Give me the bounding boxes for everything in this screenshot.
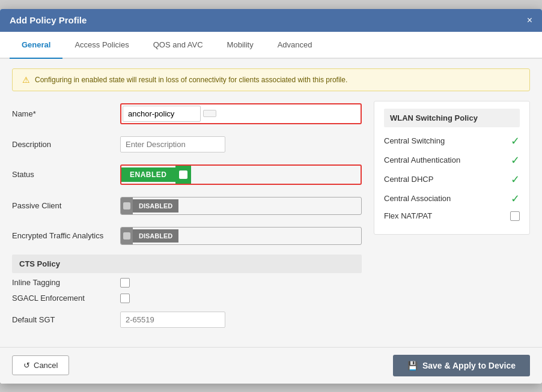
name-row: Name* bbox=[12, 101, 362, 127]
close-button[interactable]: × bbox=[527, 15, 532, 26]
sgacl-checkbox[interactable] bbox=[120, 294, 130, 303]
wlan-check-3[interactable]: ✓ bbox=[511, 192, 520, 205]
inline-tagging-label: Inline Tagging bbox=[12, 278, 120, 287]
wlan-check-0[interactable]: ✓ bbox=[511, 134, 520, 148]
description-label: Description bbox=[12, 140, 120, 149]
alert-message: Configuring in enabled state will result… bbox=[35, 76, 347, 84]
description-input[interactable] bbox=[120, 136, 225, 152]
wlan-check-2[interactable]: ✓ bbox=[511, 173, 520, 186]
content-area: Name* Description bbox=[12, 101, 530, 337]
modal-header: Add Policy Profile × bbox=[0, 9, 542, 32]
modal-container: Add Policy Profile × General Access Poli… bbox=[0, 9, 542, 384]
status-toggle-handle[interactable] bbox=[175, 166, 191, 184]
tab-qos-avc[interactable]: QOS and AVC bbox=[141, 32, 215, 59]
tab-advanced[interactable]: Advanced bbox=[266, 32, 324, 59]
save-label: Save & Apply to Device bbox=[422, 361, 516, 370]
tab-general[interactable]: General bbox=[10, 32, 62, 59]
modal-title: Add Policy Profile bbox=[10, 15, 87, 25]
description-row: Description bbox=[12, 134, 362, 155]
status-row: Status ENABLED bbox=[12, 162, 362, 187]
passive-client-toggle[interactable]: DISABLED bbox=[120, 197, 362, 215]
encrypted-analytics-value: DISABLED bbox=[133, 229, 178, 243]
status-toggle-indicator bbox=[179, 170, 187, 179]
wlan-label-2: Central DHCP bbox=[384, 175, 433, 184]
encrypted-analytics-control: DISABLED bbox=[120, 227, 362, 245]
wlan-section: WLAN Switching Policy Central Switching … bbox=[374, 101, 530, 235]
encrypted-analytics-toggle[interactable]: DISABLED bbox=[120, 227, 362, 245]
warning-icon: ⚠ bbox=[22, 75, 30, 85]
wlan-row-3: Central Association ✓ bbox=[384, 192, 520, 205]
wlan-title: WLAN Switching Policy bbox=[384, 109, 520, 127]
save-button[interactable]: 💾 Save & Apply to Device bbox=[393, 355, 530, 376]
passive-client-handle bbox=[121, 198, 133, 214]
name-extra-btn[interactable] bbox=[203, 110, 216, 117]
left-panel: Name* Description bbox=[12, 101, 362, 337]
passive-client-label: Passive Client bbox=[12, 201, 120, 210]
cancel-icon: ↺ bbox=[23, 361, 30, 370]
status-label: Status bbox=[12, 170, 120, 179]
tab-mobility[interactable]: Mobility bbox=[215, 32, 266, 59]
wlan-check-1[interactable]: ✓ bbox=[511, 154, 520, 167]
wlan-check-4[interactable] bbox=[510, 211, 520, 221]
wlan-row-0: Central Switching ✓ bbox=[384, 134, 520, 148]
status-value: ENABLED bbox=[121, 167, 175, 182]
modal-body: ⚠ Configuring in enabled state will resu… bbox=[0, 59, 542, 347]
passive-client-control: DISABLED bbox=[120, 197, 362, 215]
passive-client-value: DISABLED bbox=[133, 199, 178, 213]
name-label: Name* bbox=[12, 109, 120, 118]
modal-footer: ↺ Cancel 💾 Save & Apply to Device bbox=[0, 347, 542, 384]
encrypted-analytics-label: Encrypted Traffic Analytics bbox=[12, 231, 120, 240]
wlan-label-3: Central Association bbox=[384, 194, 451, 203]
inline-tagging-row: Inline Tagging bbox=[12, 278, 362, 288]
wlan-label-1: Central Authentication bbox=[384, 155, 460, 164]
description-control bbox=[120, 136, 362, 152]
wlan-label-0: Central Switching bbox=[384, 136, 445, 145]
passive-client-indicator bbox=[123, 202, 130, 210]
name-field-wrapper bbox=[120, 103, 362, 124]
inline-tagging-checkbox[interactable] bbox=[120, 278, 130, 288]
name-control bbox=[120, 103, 362, 124]
wlan-row-4: Flex NAT/PAT bbox=[384, 211, 520, 221]
wlan-row-2: Central DHCP ✓ bbox=[384, 173, 520, 186]
passive-client-row: Passive Client DISABLED bbox=[12, 194, 362, 217]
default-sgt-row: Default SGT bbox=[12, 309, 362, 330]
name-input[interactable] bbox=[123, 106, 201, 122]
wlan-row-1: Central Authentication ✓ bbox=[384, 154, 520, 167]
save-icon: 💾 bbox=[407, 361, 418, 370]
cancel-button[interactable]: ↺ Cancel bbox=[12, 355, 69, 375]
sgacl-row: SGACL Enforcement bbox=[12, 294, 362, 303]
default-sgt-input[interactable] bbox=[120, 312, 225, 328]
cancel-label: Cancel bbox=[34, 361, 58, 370]
alert-banner: ⚠ Configuring in enabled state will resu… bbox=[12, 68, 530, 91]
encrypted-analytics-indicator bbox=[123, 232, 130, 240]
encrypted-analytics-handle bbox=[121, 228, 133, 244]
right-panel: WLAN Switching Policy Central Switching … bbox=[374, 101, 530, 337]
encrypted-analytics-row: Encrypted Traffic Analytics DISABLED bbox=[12, 225, 362, 247]
status-toggle-wrapper[interactable]: ENABLED bbox=[120, 164, 362, 185]
wlan-label-4: Flex NAT/PAT bbox=[384, 211, 432, 220]
default-sgt-control bbox=[120, 312, 362, 328]
default-sgt-label: Default SGT bbox=[12, 315, 120, 324]
status-control: ENABLED bbox=[120, 164, 362, 185]
sgacl-label: SGACL Enforcement bbox=[12, 294, 120, 303]
tab-bar: General Access Policies QOS and AVC Mobi… bbox=[0, 32, 542, 59]
tab-access-policies[interactable]: Access Policies bbox=[62, 32, 141, 59]
cts-section-header: CTS Policy bbox=[12, 255, 362, 273]
